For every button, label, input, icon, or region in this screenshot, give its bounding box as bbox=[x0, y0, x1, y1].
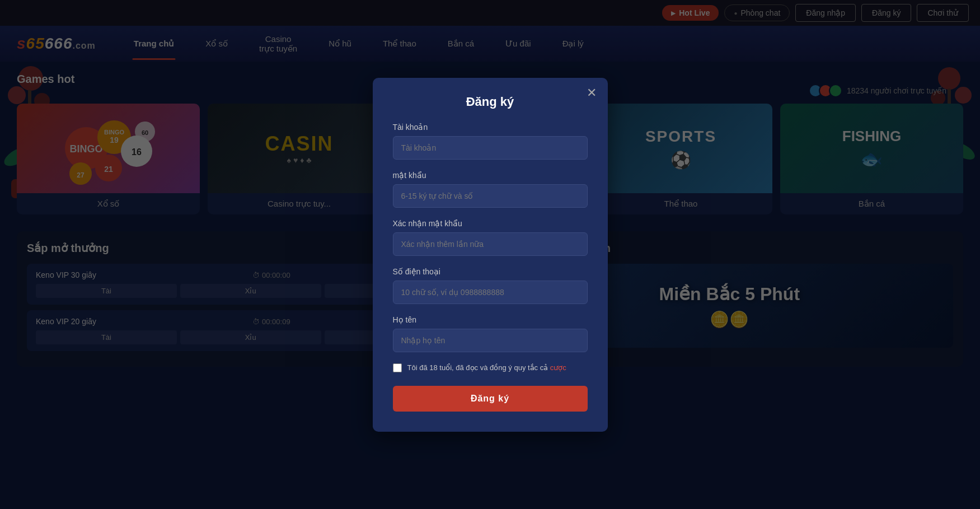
label-ho-ten: Họ tên bbox=[393, 315, 588, 324]
checkbox-label-text: Tôi đã 18 tuổi, đã đọc và đồng ý quy tắc… bbox=[407, 363, 550, 372]
input-mat-khau[interactable] bbox=[393, 184, 588, 208]
modal-close-button[interactable]: ✕ bbox=[587, 87, 597, 99]
checkbox-label: Tôi đã 18 tuổi, đã đọc và đồng ý quy tắc… bbox=[407, 363, 566, 372]
label-mat-khau: mật khẩu bbox=[393, 171, 588, 180]
submit-register-button[interactable]: Đăng ký bbox=[393, 386, 588, 412]
input-ho-ten[interactable] bbox=[393, 329, 588, 352]
terms-checkbox[interactable] bbox=[393, 363, 402, 372]
input-xac-nhan[interactable] bbox=[393, 232, 588, 256]
modal-title: Đăng ký bbox=[393, 95, 588, 109]
form-group-mat-khau: mật khẩu bbox=[393, 171, 588, 208]
cuoc-link[interactable]: cược bbox=[550, 363, 566, 372]
input-tai-khoan[interactable] bbox=[393, 136, 588, 160]
checkbox-row: Tôi đã 18 tuổi, đã đọc và đồng ý quy tắc… bbox=[393, 363, 588, 372]
label-tai-khoan: Tài khoản bbox=[393, 123, 588, 132]
form-group-sdt: Số điện thoại bbox=[393, 267, 588, 304]
form-group-xac-nhan: Xác nhận mật khẩu bbox=[393, 219, 588, 256]
label-xac-nhan: Xác nhận mật khẩu bbox=[393, 219, 588, 228]
register-modal: Đăng ký ✕ Tài khoản mật khẩu Xác nhận mậ… bbox=[373, 78, 608, 432]
input-sdt[interactable] bbox=[393, 281, 588, 304]
modal-overlay[interactable]: Đăng ký ✕ Tài khoản mật khẩu Xác nhận mậ… bbox=[0, 0, 980, 509]
label-sdt: Số điện thoại bbox=[393, 267, 588, 276]
form-group-ho-ten: Họ tên bbox=[393, 315, 588, 352]
form-group-tai-khoan: Tài khoản bbox=[393, 123, 588, 160]
